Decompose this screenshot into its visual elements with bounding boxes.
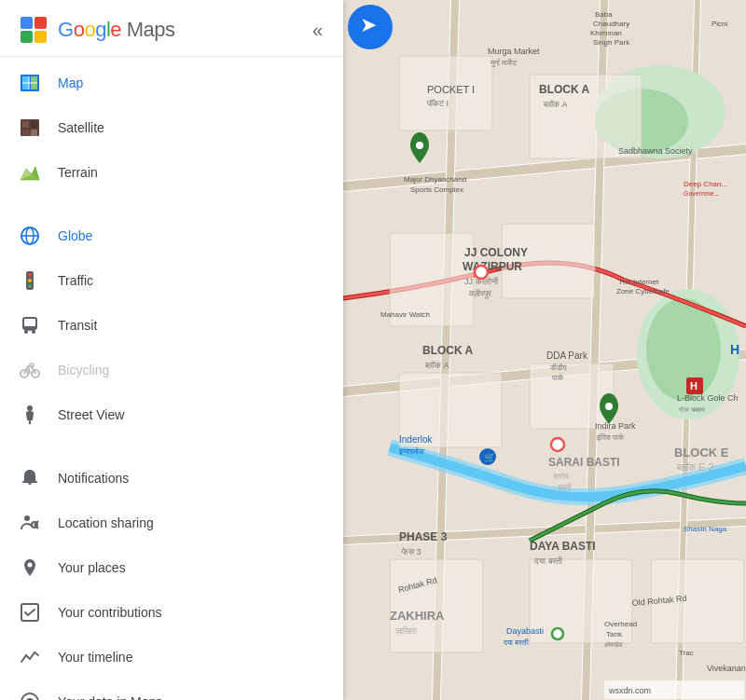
svg-text:ZAKHIRA: ZAKHIRA xyxy=(390,609,445,623)
map-type-satellite[interactable]: Satellite xyxy=(0,105,343,150)
your-timeline-icon xyxy=(17,644,43,670)
svg-text:Indira Park: Indira Park xyxy=(595,421,636,431)
google-maps-logo-icon xyxy=(17,13,50,47)
svg-text:इंदिरा पार्क: इंदिरा पार्क xyxy=(596,432,625,442)
map-view-bicycling[interactable]: Bicycling xyxy=(0,348,343,392)
svg-text:BLOCK E: BLOCK E xyxy=(674,446,729,460)
svg-rect-12 xyxy=(31,121,37,128)
your-timeline-item[interactable]: Your timeline xyxy=(0,635,343,679)
svg-text:H: H xyxy=(690,380,698,391)
svg-text:पॉकेट I: पॉकेट I xyxy=(426,98,449,108)
svg-text:Governme...: Governme... xyxy=(684,190,720,197)
svg-text:Major Dhyanchand: Major Dhyanchand xyxy=(404,175,466,184)
your-data-label: Your data in Maps xyxy=(58,694,162,700)
map-view-globe-label: Globe xyxy=(58,228,92,243)
map-view-street-view[interactable]: Street View xyxy=(0,392,343,437)
svg-text:Trac: Trac xyxy=(679,649,694,657)
your-places-label: Your places xyxy=(58,560,126,575)
location-sharing-label: Location sharing xyxy=(58,515,154,530)
svg-text:DAYA BASTI: DAYA BASTI xyxy=(530,540,596,553)
svg-text:डीडीए: डीडीए xyxy=(549,364,567,372)
svg-point-24 xyxy=(28,284,32,288)
svg-text:DDA Park: DDA Park xyxy=(546,350,588,361)
svg-text:BLOCK A: BLOCK A xyxy=(539,83,590,96)
svg-text:JJ COLONY: JJ COLONY xyxy=(464,246,528,259)
location-sharing-item[interactable]: Location sharing xyxy=(0,501,343,545)
svg-rect-13 xyxy=(22,130,29,136)
sidebar-header: Google Maps « xyxy=(0,0,343,57)
your-timeline-label: Your timeline xyxy=(58,650,132,665)
svg-text:Inderlok: Inderlok xyxy=(399,434,434,445)
map-view-transit[interactable]: Transit xyxy=(0,303,343,348)
svg-point-36 xyxy=(24,515,30,521)
svg-text:Picni: Picni xyxy=(711,20,728,28)
map-view-street-view-label: Street View xyxy=(58,407,124,422)
map-type-satellite-label: Satellite xyxy=(58,120,104,135)
svg-text:Chaudhary: Chaudhary xyxy=(593,20,629,28)
svg-text:BLOCK A: BLOCK A xyxy=(422,344,474,357)
map-types-section: Map Satellite xyxy=(0,57,343,199)
svg-text:ब्लॉक A: ब्लॉक A xyxy=(424,361,449,370)
svg-text:POCKET I: POCKET I xyxy=(427,84,475,95)
svg-text:➤: ➤ xyxy=(360,13,377,36)
terrain-icon xyxy=(17,159,43,185)
svg-point-35 xyxy=(27,405,33,411)
svg-text:गोल चक्कर: गोल चक्कर xyxy=(678,405,706,413)
map-view-traffic-label: Traffic xyxy=(58,273,93,288)
svg-rect-26 xyxy=(24,319,35,326)
street-view-icon xyxy=(17,402,43,428)
svg-text:दया बस्ती: दया बस्ती xyxy=(503,638,529,647)
svg-text:Sports Complex: Sports Complex xyxy=(410,185,463,194)
svg-point-130 xyxy=(475,266,488,279)
map-type-map[interactable]: Map xyxy=(0,61,343,105)
logo-area: Google Maps xyxy=(17,13,174,47)
svg-text:The Internet: The Internet xyxy=(618,278,659,286)
account-section: Notifications Location sharing xyxy=(0,452,343,700)
map-type-terrain-label: Terrain xyxy=(58,165,98,180)
svg-rect-1 xyxy=(21,17,33,29)
traffic-icon xyxy=(17,268,43,294)
your-contributions-item[interactable]: Your contributions xyxy=(0,590,343,635)
notifications-label: Notifications xyxy=(58,471,129,486)
map-view-globe[interactable]: Globe xyxy=(0,213,343,258)
map-canvas: POCKET I पॉकेट I BLOCK A ब्लॉक A Sadbhaw… xyxy=(343,0,746,700)
svg-text:Baba: Baba xyxy=(595,10,613,19)
svg-point-23 xyxy=(28,279,32,282)
svg-text:ओवरहेड: ओवरहेड xyxy=(604,640,623,648)
map-view-traffic[interactable]: Traffic xyxy=(0,258,343,303)
map-type-terrain[interactable]: Terrain xyxy=(0,150,343,195)
svg-point-22 xyxy=(28,273,32,277)
svg-text:wsxdn.com: wsxdn.com xyxy=(608,686,651,695)
svg-text:वज़ीरपुर: वज़ीरपुर xyxy=(468,289,491,299)
map-views-section: Globe Traffic xyxy=(0,210,343,441)
svg-text:Vivekanand: Vivekanand xyxy=(707,664,746,673)
svg-rect-14 xyxy=(31,130,37,136)
svg-text:L-Block Gole Ch: L-Block Gole Ch xyxy=(677,393,739,403)
notifications-icon xyxy=(17,465,43,491)
svg-rect-72 xyxy=(390,559,483,652)
your-places-item[interactable]: Your places xyxy=(0,545,343,590)
svg-text:Tank: Tank xyxy=(606,630,623,638)
globe-icon xyxy=(17,223,43,249)
collapse-button[interactable]: « xyxy=(309,16,326,45)
satellite-icon xyxy=(17,115,43,141)
svg-point-133 xyxy=(416,142,423,149)
svg-text:मुर्गा मार्केट: मुर्गा मार्केट xyxy=(490,58,518,68)
sidebar: Google Maps « Map xyxy=(0,0,343,700)
transit-icon xyxy=(17,312,43,338)
svg-text:ब्लॉक A: ब्लॉक A xyxy=(543,100,568,109)
svg-text:WAZIRPUR: WAZIRPUR xyxy=(463,260,522,273)
svg-text:Shastri Naga: Shastri Naga xyxy=(684,525,727,533)
svg-rect-2 xyxy=(35,17,47,29)
svg-text:फेस 3: फेस 3 xyxy=(401,546,421,556)
svg-text:SARAI BASTI: SARAI BASTI xyxy=(548,456,620,469)
svg-point-134 xyxy=(605,403,613,410)
your-data-icon xyxy=(17,689,43,700)
svg-text:इन्दरलोक: इन्दरलोक xyxy=(398,446,425,456)
your-data-item[interactable]: Your data in Maps xyxy=(0,679,343,700)
svg-text:Zone Cybercafe: Zone Cybercafe xyxy=(616,287,670,295)
svg-text:Mahavir Watch: Mahavir Watch xyxy=(380,310,430,319)
map-area[interactable]: POCKET I पॉकेट I BLOCK A ब्लॉक A Sadbhaw… xyxy=(343,0,746,700)
map-type-map-label: Map xyxy=(58,75,83,90)
notifications-item[interactable]: Notifications xyxy=(0,456,343,501)
